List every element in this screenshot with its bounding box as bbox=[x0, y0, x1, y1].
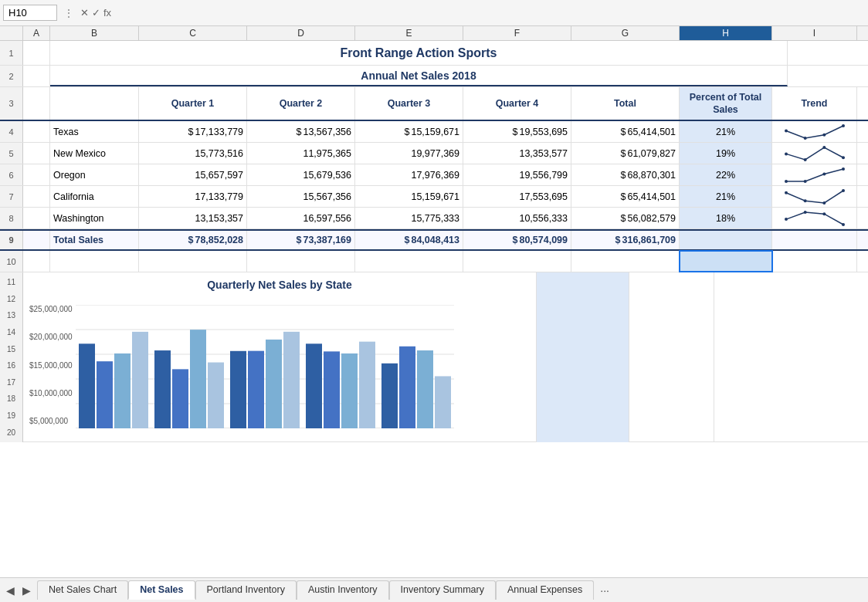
cell-c9[interactable]: $ 78,852,028 bbox=[139, 231, 247, 249]
cell-h4[interactable]: 21% bbox=[680, 121, 772, 142]
cell-i6[interactable] bbox=[772, 164, 857, 185]
cell-g7[interactable]: $65,414,501 bbox=[571, 186, 680, 207]
cell-g5[interactable]: $61,079,827 bbox=[571, 143, 680, 164]
cell-i5[interactable] bbox=[772, 143, 857, 164]
sheet-tab-0[interactable]: Net Sales Chart bbox=[37, 580, 128, 600]
cell-g8[interactable]: $56,082,579 bbox=[571, 208, 680, 228]
cell-c8[interactable]: 13,153,357 bbox=[139, 208, 247, 228]
confirm-icon[interactable]: ✓ bbox=[92, 7, 100, 19]
cell-b4[interactable]: Texas bbox=[50, 121, 139, 142]
sheet-tab-3[interactable]: Austin Inventory bbox=[297, 580, 389, 600]
cell-h8[interactable]: 18% bbox=[680, 208, 772, 228]
cell-e6[interactable]: 17,976,369 bbox=[355, 164, 463, 185]
col-header-j[interactable]: I bbox=[857, 26, 868, 40]
cell-d6[interactable]: 15,679,536 bbox=[247, 164, 355, 185]
col-header-g[interactable]: G bbox=[571, 26, 680, 40]
tab-next-button[interactable]: ▶ bbox=[19, 584, 34, 597]
cell-c5[interactable]: 15,773,516 bbox=[139, 143, 247, 164]
col-header-h[interactable]: H bbox=[680, 26, 772, 40]
col-header-b[interactable]: B bbox=[50, 26, 139, 40]
tab-prev-button[interactable]: ◀ bbox=[3, 584, 18, 597]
cell-d5[interactable]: 11,975,365 bbox=[247, 143, 355, 164]
sheet-tab-1[interactable]: Net Sales bbox=[128, 580, 195, 600]
cell-a3[interactable] bbox=[23, 87, 50, 120]
cell-reference-box[interactable]: H10 bbox=[3, 5, 57, 21]
cell-c7[interactable]: 17,133,779 bbox=[139, 186, 247, 207]
cell-a7[interactable] bbox=[23, 186, 50, 207]
cell-f5[interactable]: 13,353,577 bbox=[463, 143, 571, 164]
cell-i8[interactable] bbox=[772, 208, 857, 228]
cell-a10[interactable] bbox=[23, 251, 50, 272]
cell-g3[interactable]: Total bbox=[571, 87, 680, 120]
col-header-e[interactable]: E bbox=[355, 26, 463, 40]
cell-g10[interactable] bbox=[571, 251, 680, 272]
cell-b3[interactable] bbox=[50, 87, 139, 120]
cell-i4[interactable] bbox=[772, 121, 857, 142]
cell-f4[interactable]: $19,553,695 bbox=[463, 121, 571, 142]
cell-c10[interactable] bbox=[139, 251, 247, 272]
cell-c4[interactable]: $17,133,779 bbox=[139, 121, 247, 142]
cell-g9[interactable]: $ 316,861,709 bbox=[571, 231, 680, 249]
cell-f3[interactable]: Quarter 4 bbox=[463, 87, 571, 120]
cell-a8[interactable] bbox=[23, 208, 50, 228]
cell-e8[interactable]: 15,775,333 bbox=[355, 208, 463, 228]
function-icon[interactable]: fx bbox=[103, 7, 111, 19]
cell-i3[interactable]: Trend bbox=[772, 87, 857, 120]
cell-a1[interactable] bbox=[23, 41, 50, 65]
cell-i9[interactable] bbox=[772, 231, 857, 249]
cell-f6[interactable]: 19,556,799 bbox=[463, 164, 571, 185]
cell-e7[interactable]: 15,159,671 bbox=[355, 186, 463, 207]
cell-b9[interactable]: Total Sales bbox=[50, 231, 139, 249]
cell-a9[interactable] bbox=[23, 231, 50, 249]
cell-f10[interactable] bbox=[463, 251, 571, 272]
cell-d8[interactable]: 16,597,556 bbox=[247, 208, 355, 228]
cell-a2[interactable] bbox=[23, 66, 50, 86]
cell-h9[interactable] bbox=[680, 231, 772, 249]
cell-d7[interactable]: 15,567,356 bbox=[247, 186, 355, 207]
cell-b6[interactable]: Oregon bbox=[50, 164, 139, 185]
cell-f8[interactable]: 10,556,333 bbox=[463, 208, 571, 228]
cell-g6[interactable]: $68,870,301 bbox=[571, 164, 680, 185]
cell-c6[interactable]: 15,657,597 bbox=[139, 164, 247, 185]
formula-input[interactable] bbox=[114, 7, 865, 19]
cell-h5[interactable]: 19% bbox=[680, 143, 772, 164]
cell-c3[interactable]: Quarter 1 bbox=[139, 87, 247, 120]
sheet-tab-5[interactable]: Annual Expenses bbox=[496, 580, 594, 600]
cell-e4[interactable]: $15,159,671 bbox=[355, 121, 463, 142]
cell-h3[interactable]: Percent of Total Sales bbox=[680, 87, 772, 120]
cell-h6[interactable]: 22% bbox=[680, 164, 772, 185]
cell-e5[interactable]: 19,977,369 bbox=[355, 143, 463, 164]
cell-h10[interactable] bbox=[680, 251, 772, 272]
cell-a4[interactable] bbox=[23, 121, 50, 142]
cell-f9[interactable]: $ 80,574,099 bbox=[463, 231, 571, 249]
cell-e9[interactable]: $ 84,048,413 bbox=[355, 231, 463, 249]
cell-e3[interactable]: Quarter 3 bbox=[355, 87, 463, 120]
col-header-d[interactable]: D bbox=[247, 26, 355, 40]
cell-subtitle[interactable]: Annual Net Sales 2018 bbox=[50, 66, 788, 86]
cell-a5[interactable] bbox=[23, 143, 50, 164]
sheet-tab-4[interactable]: Inventory Summary bbox=[389, 580, 496, 600]
cell-i7[interactable] bbox=[772, 186, 857, 207]
col-header-i[interactable]: I bbox=[772, 26, 857, 40]
col-header-f[interactable]: F bbox=[463, 26, 571, 40]
cell-e10[interactable] bbox=[355, 251, 463, 272]
cell-h7[interactable]: 21% bbox=[680, 186, 772, 207]
cell-b5[interactable]: New Mexico bbox=[50, 143, 139, 164]
sheet-tab-2[interactable]: Portland Inventory bbox=[195, 580, 297, 600]
cell-d10[interactable] bbox=[247, 251, 355, 272]
col-header-a[interactable]: A bbox=[23, 26, 50, 40]
cell-d3[interactable]: Quarter 2 bbox=[247, 87, 355, 120]
cell-f7[interactable]: 17,553,695 bbox=[463, 186, 571, 207]
cell-i10[interactable] bbox=[772, 251, 857, 272]
cell-title[interactable]: Front Range Action Sports bbox=[50, 41, 788, 65]
col-header-c[interactable]: C bbox=[139, 26, 247, 40]
cell-g4[interactable]: $65,414,501 bbox=[571, 121, 680, 142]
cell-d9[interactable]: $ 73,387,169 bbox=[247, 231, 355, 249]
cell-a6[interactable] bbox=[23, 164, 50, 185]
cell-b7[interactable]: California bbox=[50, 186, 139, 207]
cancel-icon[interactable]: ✕ bbox=[80, 7, 89, 19]
tab-more-button[interactable]: ··· bbox=[597, 584, 612, 597]
cell-d4[interactable]: $13,567,356 bbox=[247, 121, 355, 142]
cell-b8[interactable]: Washington bbox=[50, 208, 139, 228]
cell-b10[interactable] bbox=[50, 251, 139, 272]
